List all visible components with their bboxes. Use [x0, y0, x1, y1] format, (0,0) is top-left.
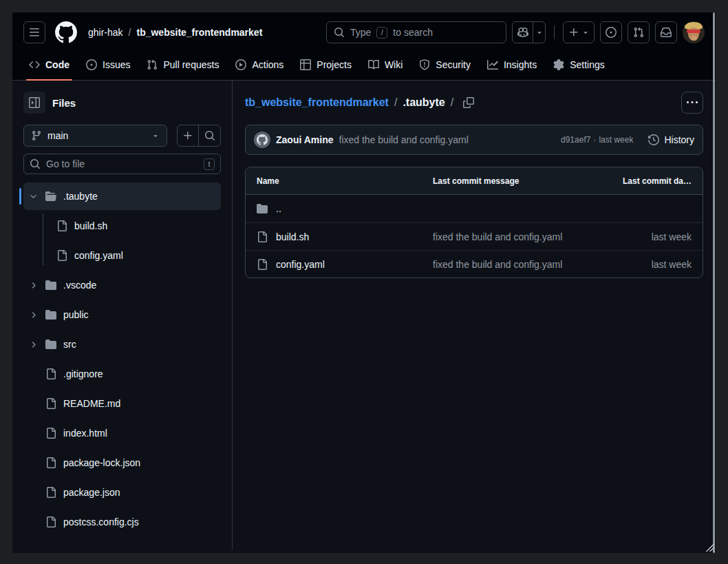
tree-item-label: .gitignore [63, 368, 103, 379]
path-breadcrumb: tb_website_frontendmarket / .taubyte / [245, 90, 703, 115]
go-to-file-input[interactable]: Go to file t [23, 154, 221, 174]
commit-date-cell: last week [616, 259, 692, 270]
folder-icon [45, 339, 56, 350]
tab-wiki[interactable]: Wiki [361, 49, 409, 80]
search-files-button[interactable] [199, 125, 220, 146]
tab-label: Projects [317, 59, 352, 70]
tree-item-src[interactable]: src [23, 331, 221, 358]
tab-actions[interactable]: Actions [228, 49, 290, 80]
tree-item-label: config.yaml [74, 250, 123, 261]
commit-date-cell: last week [616, 231, 692, 242]
search-placeholder-prefix: Type [350, 27, 371, 38]
tree-item-build-sh[interactable]: build.sh [23, 212, 221, 240]
tree-item-readme[interactable]: README.md [23, 390, 221, 417]
breadcrumb-repo-link[interactable]: tb_website_frontendmarket [245, 96, 389, 109]
tab-security[interactable]: Security [412, 49, 478, 80]
file-icon [257, 231, 268, 242]
tree-item-vscode[interactable]: .vscode [23, 271, 221, 299]
chevron-spacer [28, 487, 39, 498]
file-link[interactable]: build.sh [276, 231, 309, 242]
breadcrumb-owner-link[interactable]: ghir-hak [88, 27, 123, 38]
file-actions-group [177, 125, 221, 147]
table-row-parent-dir[interactable]: .. [246, 195, 703, 222]
book-icon [368, 59, 379, 70]
column-header-name: Name [257, 176, 433, 186]
create-new-button[interactable] [563, 21, 595, 43]
file-link[interactable]: config.yaml [276, 259, 325, 270]
breadcrumb-separator: / [451, 96, 453, 109]
parent-dir-link[interactable]: .. [276, 203, 281, 214]
tree-item-index-html[interactable]: index.html [23, 419, 221, 447]
commit-message-cell[interactable]: fixed the build and config.yaml [433, 231, 616, 242]
tab-pull-requests[interactable]: Pull requests [140, 49, 226, 80]
chevron-right-icon[interactable] [28, 339, 39, 350]
tab-insights[interactable]: Insights [480, 49, 544, 80]
commit-author-link[interactable]: Zaoui Amine [276, 134, 334, 145]
breadcrumb-repo-link[interactable]: tb_website_frontendmarket [136, 27, 262, 38]
history-link[interactable]: History [648, 134, 694, 145]
hamburger-menu-button[interactable] [23, 21, 45, 43]
commit-time: last week [599, 135, 633, 145]
tree-item-package-lock-json[interactable]: package-lock.json [23, 449, 221, 477]
breadcrumb-path-segment: .taubyte [403, 96, 445, 109]
copilot-icon[interactable] [513, 22, 533, 43]
tab-issues[interactable]: Issues [79, 49, 137, 80]
user-avatar[interactable] [683, 21, 705, 43]
file-icon [45, 457, 56, 468]
copilot-button [512, 21, 546, 43]
history-label: History [664, 134, 694, 145]
chevron-down-icon [581, 28, 590, 36]
tab-label: Pull requests [163, 59, 219, 70]
tree-item-postcss-config-cjs[interactable]: postcss.config.cjs [23, 508, 221, 536]
commit-author-avatar[interactable] [254, 132, 270, 148]
folder-icon [45, 309, 56, 320]
table-row-config-yaml[interactable]: config.yaml fixed the build and config.y… [246, 250, 703, 278]
file-icon [56, 250, 67, 261]
tab-label: Insights [504, 59, 537, 70]
tab-code[interactable]: Code [22, 49, 76, 80]
chevron-down-icon[interactable] [28, 191, 39, 202]
files-sidebar: Files main Go to file t [12, 81, 233, 550]
table-row-build-sh[interactable]: build.sh fixed the build and config.yaml… [246, 222, 703, 250]
slash-key-hint: / [376, 27, 387, 39]
code-icon [29, 59, 40, 70]
tree-item-gitignore[interactable]: .gitignore [23, 360, 221, 388]
copilot-dropdown-chevron-icon[interactable] [533, 22, 545, 43]
copy-path-button[interactable] [463, 97, 474, 108]
notifications-inbox-button[interactable] [655, 21, 677, 43]
tree-item-config-yaml[interactable]: config.yaml [23, 242, 221, 269]
tree-item-label: README.md [63, 398, 120, 409]
tree-item-public[interactable]: public [23, 301, 221, 328]
github-logo-icon[interactable] [55, 21, 77, 43]
chevron-right-icon[interactable] [28, 280, 39, 291]
issue-opened-icon [86, 59, 97, 70]
collapse-sidebar-button[interactable] [23, 92, 45, 114]
issues-button[interactable] [600, 21, 622, 43]
breadcrumb-separator: / [394, 96, 397, 109]
tree-item-label: build.sh [74, 220, 107, 231]
chevron-spacer [39, 250, 50, 261]
tab-label: Settings [570, 59, 605, 70]
vertical-scrollbar[interactable] [713, 12, 715, 553]
column-header-date: Last commit da… [616, 176, 692, 186]
chevron-spacer [28, 398, 39, 409]
column-header-message: Last commit message [433, 176, 616, 186]
commit-message-link[interactable]: fixed the build and config.yaml [339, 134, 556, 145]
tree-item-taubyte[interactable]: .taubyte [23, 182, 221, 210]
add-file-button[interactable] [178, 125, 199, 146]
more-options-button[interactable] [681, 92, 703, 114]
tree-item-package-json[interactable]: package.json [23, 479, 221, 506]
commit-message-cell[interactable]: fixed the build and config.yaml [433, 259, 616, 270]
tab-projects[interactable]: Projects [293, 49, 358, 80]
file-icon [45, 487, 56, 498]
branch-selector[interactable]: main [23, 125, 167, 147]
tree-item-label: index.html [63, 428, 107, 439]
tab-settings[interactable]: Settings [546, 49, 612, 80]
commit-sha-link[interactable]: d91aef7 [561, 135, 590, 145]
avatar-hand [691, 36, 697, 41]
pull-requests-button[interactable] [628, 21, 650, 43]
tree-item-label: package-lock.json [63, 457, 140, 468]
global-search-input[interactable]: Type / to search [326, 21, 506, 43]
chevron-right-icon[interactable] [28, 309, 39, 320]
table-icon [300, 59, 311, 70]
